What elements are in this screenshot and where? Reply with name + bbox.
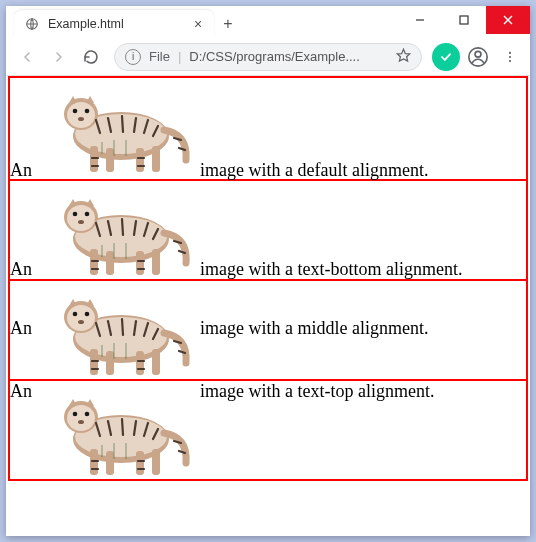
svg-point-35 (509, 51, 511, 53)
svg-rect-29 (460, 16, 468, 24)
extension-button[interactable] (432, 43, 460, 71)
row-prefix: An (10, 381, 32, 401)
address-path: D:/CSS/programs/Example.... (189, 49, 388, 64)
example-row-default: Animage with a default alignment. (8, 76, 528, 181)
example-row-text-top: Animage with a text-top alignment. (8, 379, 528, 481)
example-row-text-bottom: Animage with a text-bottom alignment. (8, 179, 528, 281)
menu-button[interactable] (496, 43, 524, 71)
info-icon: i (125, 49, 141, 65)
row-prefix: An (10, 259, 32, 279)
row-suffix: image with a default alignment. (200, 160, 428, 180)
tab-title: Example.html (48, 17, 190, 31)
row-suffix: image with a text-bottom alignment. (200, 259, 462, 279)
row-suffix: image with a middle alignment. (200, 318, 428, 338)
page-content: Animage with a default alignment. Animag… (6, 76, 530, 536)
svg-marker-32 (397, 49, 410, 61)
address-separator: | (178, 49, 181, 64)
window-controls (398, 6, 530, 34)
tab-active[interactable]: Example.html × (14, 10, 214, 38)
profile-button[interactable] (464, 43, 492, 71)
svg-point-36 (509, 55, 511, 57)
tiger-image (36, 281, 196, 379)
browser-window: Example.html × + i F (6, 6, 530, 536)
svg-point-37 (509, 60, 511, 62)
forward-button[interactable] (44, 42, 74, 72)
address-bar[interactable]: i File | D:/CSS/programs/Example.... (114, 43, 422, 71)
titlebar: Example.html × + (6, 6, 530, 38)
reload-button[interactable] (76, 42, 106, 72)
tiger-image (36, 78, 196, 176)
tiger-image (36, 381, 196, 479)
tab-strip: Example.html × + (6, 6, 242, 38)
bookmark-star-icon[interactable] (396, 48, 411, 66)
close-tab-button[interactable]: × (190, 16, 206, 32)
back-button[interactable] (12, 42, 42, 72)
close-window-button[interactable] (486, 6, 530, 34)
minimize-button[interactable] (398, 6, 442, 34)
row-prefix: An (10, 160, 32, 180)
address-scheme: File (149, 49, 170, 64)
svg-point-34 (475, 51, 481, 57)
tiger-image (36, 181, 196, 279)
maximize-button[interactable] (442, 6, 486, 34)
globe-icon (24, 16, 40, 32)
row-suffix: image with a text-top alignment. (200, 381, 434, 401)
row-prefix: An (10, 318, 32, 338)
new-tab-button[interactable]: + (214, 10, 242, 38)
toolbar: i File | D:/CSS/programs/Example.... (6, 38, 530, 76)
example-row-middle: Animage with a middle alignment. (8, 279, 528, 381)
